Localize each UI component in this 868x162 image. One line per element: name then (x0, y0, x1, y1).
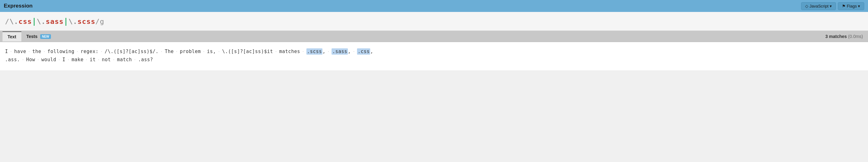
text-content-area[interactable]: I · have · the · following · regex: · /\… (0, 42, 868, 70)
expression-display[interactable]: /\.css|\.sass|\.scss/g (5, 17, 104, 26)
text-line2: .ass. · How · would · I · make · it · no… (5, 57, 153, 63)
header-title: Expression (4, 3, 33, 9)
expr-pipe2: | (63, 17, 68, 26)
match-sass: .sass (332, 48, 348, 55)
expr-scss: scss (77, 18, 95, 26)
tabs-right: 3 matches (0.0ms) (825, 34, 866, 39)
expr-backslash3: \. (68, 18, 78, 26)
expr-css: css (19, 18, 32, 26)
match-css: .css (357, 48, 370, 55)
matches-time: (0.0ms) (848, 34, 863, 39)
expr-flag: g (100, 18, 104, 26)
text-line1: I · have · the · following · regex: · /\… (5, 48, 306, 54)
header-buttons: ◇ JavaScript ▾ ⚑ Flags ▾ (801, 2, 864, 10)
header: Expression ◇ JavaScript ▾ ⚑ Flags ▾ (0, 0, 868, 12)
tab-tests-label: Tests (26, 34, 38, 39)
expr-open-slash: / (5, 18, 9, 26)
expr-backslash1: \. (9, 18, 19, 26)
tab-text[interactable]: Text (2, 31, 21, 41)
tab-text-label: Text (7, 34, 16, 39)
expr-close-slash: / (95, 18, 100, 26)
matches-count: 3 matches (825, 34, 847, 39)
expr-backslash2: \. (37, 18, 46, 26)
match-scss: .scss (306, 48, 323, 55)
expression-area: /\.css|\.sass|\.scss/g (0, 12, 868, 31)
tabs-bar: Text Tests NEW 3 matches (0.0ms) (0, 31, 868, 42)
expr-pipe1: | (32, 17, 37, 26)
tests-new-badge: NEW (40, 34, 51, 39)
tab-tests[interactable]: Tests NEW (21, 32, 56, 41)
language-button[interactable]: ◇ JavaScript ▾ (801, 2, 836, 10)
expr-sass: sass (45, 18, 63, 26)
tabs-left: Text Tests NEW (2, 31, 56, 41)
flags-button[interactable]: ⚑ Flags ▾ (838, 2, 864, 10)
